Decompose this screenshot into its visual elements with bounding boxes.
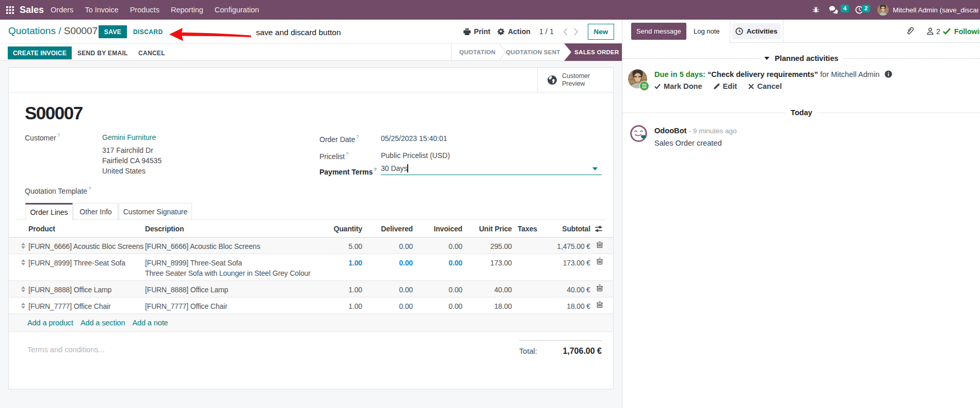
menu-orders[interactable]: Orders (45, 0, 79, 20)
add-product-link[interactable]: Add a product (27, 319, 73, 327)
cancel-button[interactable]: CANCEL (138, 46, 165, 59)
cell-description[interactable]: [FURN_8888] Office Lamp (145, 281, 228, 297)
planned-activities-header[interactable]: Planned activities (622, 54, 980, 62)
menu-reporting[interactable]: Reporting (165, 0, 209, 20)
cell-invoiced[interactable]: 0.00 (417, 238, 462, 254)
help-marker: ? (57, 132, 60, 138)
send-by-email-button[interactable]: SEND BY EMAIL (77, 46, 128, 59)
menu-configuration[interactable]: Configuration (209, 0, 265, 20)
cell-product[interactable]: [FURN_8999] Three-Seat Sofa (28, 254, 125, 280)
app-name[interactable]: Sales (20, 5, 44, 15)
col-invoiced[interactable]: Invoiced (417, 221, 462, 237)
drag-handle[interactable] (19, 285, 27, 294)
messages-icon-button[interactable]: 4 (829, 6, 838, 14)
pager-next[interactable] (574, 28, 579, 36)
info-icon[interactable] (885, 70, 892, 78)
dropdown-caret-icon[interactable] (592, 167, 598, 170)
discard-button[interactable]: DISCARD (133, 25, 163, 38)
cell-delivered[interactable]: 0.00 (366, 238, 413, 254)
print-button[interactable]: Print (463, 27, 490, 36)
following-button[interactable]: Following (943, 27, 980, 36)
cancel-activity-button[interactable]: Cancel (748, 82, 782, 90)
menu-products[interactable]: Products (124, 0, 165, 20)
stage-sales-order[interactable]: SALES ORDER (564, 43, 622, 61)
order-line-row[interactable]: [FURN_8888] Office Lamp[FURN_8888] Offic… (9, 281, 613, 297)
cell-description[interactable]: [FURN_8999] Three-Seat SofaThree Seater … (145, 254, 311, 280)
drag-handle[interactable] (19, 241, 27, 250)
order-line-row[interactable]: [FURN_8999] Three-Seat Sofa[FURN_8999] T… (9, 254, 613, 281)
attachment-paperclip-icon[interactable] (906, 27, 914, 36)
pager-previous[interactable] (563, 28, 568, 36)
customer-preview-button[interactable]: Customer Preview (537, 68, 613, 92)
mark-done-button[interactable]: Mark Done (654, 82, 702, 90)
col-unit-price[interactable]: Unit Price (465, 221, 512, 237)
col-delivered[interactable]: Delivered (366, 221, 413, 237)
cell-unit-price[interactable]: 295.00 (465, 238, 512, 254)
order-title[interactable]: S00007 (25, 103, 83, 123)
tab-customer-signature[interactable]: Customer Signature (119, 203, 192, 220)
customer-preview-label-2: Preview (562, 80, 590, 88)
order-line-row[interactable]: [FURN_7777] Office Chair[FURN_7777] Offi… (9, 297, 613, 314)
message-author[interactable]: OdooBot (654, 127, 686, 135)
delete-line-icon[interactable] (597, 254, 604, 280)
cell-product[interactable]: [FURN_8888] Office Lamp (28, 281, 111, 297)
optional-columns-icon[interactable] (595, 221, 604, 237)
cell-unit-price[interactable]: 40.00 (465, 281, 512, 297)
activities-button[interactable]: Activities (730, 20, 783, 43)
add-section-link[interactable]: Add a section (81, 319, 125, 327)
delete-line-icon[interactable] (597, 238, 604, 254)
customer-field-value[interactable]: Gemini Furniture (102, 133, 156, 142)
save-button[interactable]: SAVE (99, 25, 127, 38)
new-button[interactable]: New (588, 24, 614, 40)
stage-quotation[interactable]: QUOTATION (452, 43, 499, 61)
log-note-button[interactable]: Log note (689, 23, 724, 40)
add-note-link[interactable]: Add a note (132, 319, 168, 327)
col-taxes[interactable]: Taxes (518, 221, 537, 237)
cell-invoiced[interactable]: 0.00 (417, 297, 462, 313)
delete-line-icon[interactable] (597, 281, 604, 297)
cell-unit-price[interactable]: 18.00 (465, 297, 512, 313)
terms-placeholder[interactable]: Terms and conditions... (27, 346, 105, 354)
tab-other-info[interactable]: Other Info (73, 203, 118, 220)
user-name: Mitchell Admin (save_discard (893, 6, 978, 14)
col-quantity[interactable]: Quantity (311, 221, 362, 237)
drag-handle[interactable] (19, 301, 27, 310)
cell-delivered[interactable]: 0.00 (366, 281, 413, 297)
user-menu[interactable]: Mitchell Admin (save_discard (877, 4, 978, 15)
action-button[interactable]: Action (497, 27, 531, 36)
menu-to-invoice[interactable]: To Invoice (79, 0, 124, 20)
payment-terms-input[interactable]: 30 Days (381, 163, 602, 175)
cell-invoiced[interactable]: 0.00 (417, 281, 462, 297)
cell-description[interactable]: [FURN_7777] Office Chair (145, 297, 228, 313)
order-line-row[interactable]: [FURN_6666] Acoustic Bloc Screens[FURN_6… (9, 238, 613, 254)
col-subtotal[interactable]: Subtotal (539, 221, 590, 237)
apps-menu-button[interactable] (0, 0, 20, 20)
cell-invoiced[interactable]: 0.00 (417, 254, 462, 280)
edit-activity-button[interactable]: Edit (714, 82, 737, 90)
delete-line-icon[interactable] (597, 297, 604, 313)
cell-product[interactable]: [FURN_7777] Office Chair (28, 297, 111, 313)
breadcrumb-quotations-link[interactable]: Quotations / (8, 25, 64, 36)
debug-bug-icon[interactable] (812, 6, 820, 14)
stage-quotation-sent[interactable]: QUOTATION SENT (506, 43, 560, 61)
send-message-button[interactable]: Send message (631, 23, 686, 40)
cell-delivered[interactable]: 0.00 (366, 297, 413, 313)
cell-quantity[interactable]: 1.00 (311, 281, 362, 297)
cell-description[interactable]: [FURN_6666] Acoustic Bloc Screens (145, 238, 260, 254)
cell-delivered[interactable]: 0.00 (366, 254, 413, 280)
tab-order-lines[interactable]: Order Lines (25, 203, 73, 220)
pricelist-value[interactable]: Public Pricelist (USD) (381, 151, 450, 160)
activities-icon-button[interactable]: 2 (855, 6, 863, 14)
followers-button[interactable]: 2 (926, 27, 940, 36)
cell-unit-price[interactable]: 173.00 (465, 254, 512, 280)
cell-quantity[interactable]: 1.00 (311, 254, 362, 280)
create-invoice-button[interactable]: CREATE INVOICE (8, 46, 72, 59)
drag-down-triangle-icon (21, 263, 25, 265)
col-description[interactable]: Description (145, 221, 184, 237)
cell-quantity[interactable]: 1.00 (311, 297, 362, 313)
col-product[interactable]: Product (28, 221, 55, 237)
cell-product[interactable]: [FURN_6666] Acoustic Bloc Screens (28, 238, 143, 254)
drag-handle[interactable] (19, 258, 27, 267)
order-date-value[interactable]: 05/25/2023 15:40:01 (381, 134, 447, 143)
cell-quantity[interactable]: 5.00 (311, 238, 362, 254)
